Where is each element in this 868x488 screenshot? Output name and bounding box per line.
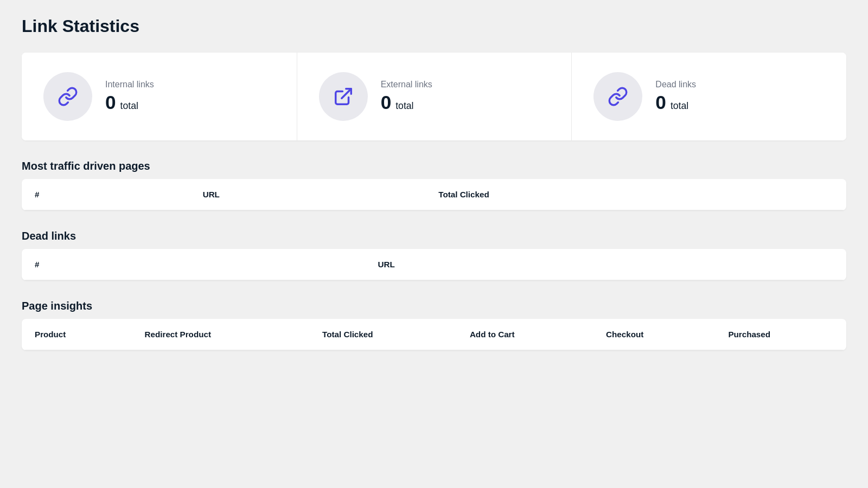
insights-col-product: Product [22,319,132,350]
dead-links-table: # URL [22,249,846,280]
dead-link-icon [608,86,628,107]
external-links-card: External links 0 total [297,53,572,140]
page-title: Link Statistics [22,16,846,36]
insights-col-add-to-cart: Add to Cart [457,319,593,350]
external-links-label: External links [381,80,432,89]
dead-links-col-url: URL [365,249,846,280]
traffic-section-title: Most traffic driven pages [22,160,846,172]
traffic-col-url: URL [190,179,426,210]
dead-links-card: Dead links 0 total [571,53,846,140]
external-link-icon [333,86,354,107]
traffic-col-clicked: Total Clicked [425,179,846,210]
dead-links-section-title: Dead links [22,230,846,242]
page-insights-table-container: Product Redirect Product Total Clicked A… [22,319,846,350]
dead-links-header-row: # URL [22,249,846,280]
dead-links-label: Dead links [655,80,696,89]
stats-row: Internal links 0 total External links 0 … [22,53,846,140]
page-insights-table: Product Redirect Product Total Clicked A… [22,319,846,350]
traffic-table: # URL Total Clicked [22,179,846,210]
external-links-value-row: 0 total [381,92,432,113]
page-insights-section-title: Page insights [22,300,846,312]
dead-link-icon-circle [593,72,642,121]
traffic-col-hash: # [22,179,190,210]
insights-col-checkout: Checkout [593,319,715,350]
dead-links-col-hash: # [22,249,365,280]
internal-links-label: Internal links [105,80,154,89]
insights-col-redirect: Redirect Product [132,319,310,350]
dead-links-unit: total [671,100,688,112]
internal-link-icon-circle [43,72,92,121]
internal-links-value-row: 0 total [105,92,154,113]
insights-col-purchased: Purchased [715,319,846,350]
external-links-number: 0 [381,92,392,113]
internal-links-info: Internal links 0 total [105,80,154,113]
internal-links-number: 0 [105,92,116,113]
internal-links-card: Internal links 0 total [22,53,297,140]
external-link-icon-circle [319,72,368,121]
traffic-table-header-row: # URL Total Clicked [22,179,846,210]
internal-link-icon [58,86,78,107]
dead-links-table-container: # URL [22,249,846,280]
external-links-info: External links 0 total [381,80,432,113]
internal-links-unit: total [120,100,138,112]
dead-links-number: 0 [655,92,666,113]
dead-links-info: Dead links 0 total [655,80,696,113]
traffic-table-container: # URL Total Clicked [22,179,846,210]
insights-col-clicked: Total Clicked [309,319,457,350]
page-insights-header-row: Product Redirect Product Total Clicked A… [22,319,846,350]
svg-line-0 [341,89,350,98]
dead-links-value-row: 0 total [655,92,696,113]
external-links-unit: total [395,100,413,112]
